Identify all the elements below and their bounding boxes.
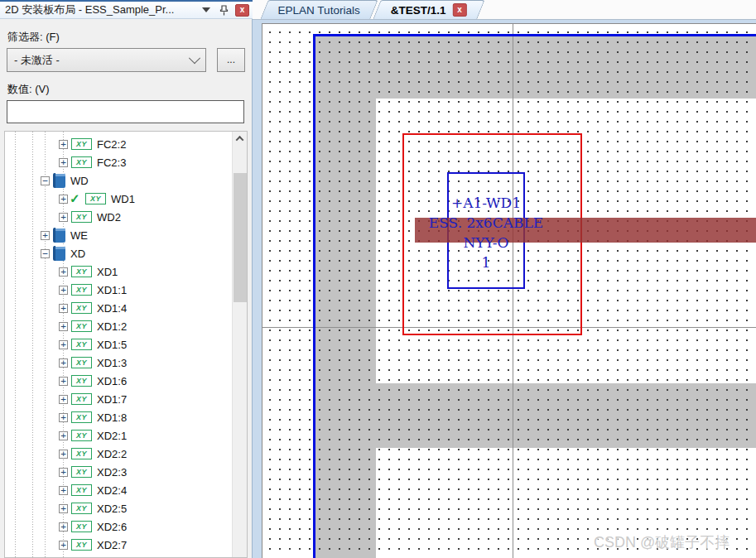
scrollbar-up-icon[interactable]: [233, 132, 247, 146]
expand-icon[interactable]: +: [59, 504, 68, 513]
expand-icon[interactable]: +: [59, 286, 68, 295]
chevron-down-icon: [189, 52, 200, 64]
tree-item-xd2:5[interactable]: +XYXD2:5: [5, 499, 232, 517]
expand-icon[interactable]: +: [59, 450, 68, 459]
tree-item-fc2:2[interactable]: +XYFC2:2: [5, 135, 232, 153]
device-labels: +A1-WD1 ESS. 2x6CABLE NYY-O 1: [362, 193, 610, 272]
device-label-part: NYY-O: [362, 233, 610, 253]
duct-middle: [376, 383, 756, 448]
filter-label: 筛选器: (F): [7, 30, 60, 45]
value-input[interactable]: [7, 100, 244, 123]
expand-icon[interactable]: +: [59, 431, 68, 440]
filter-combobox-value: - 未激活 -: [14, 53, 60, 68]
tree-item-label: WE: [70, 229, 88, 242]
tree-item-xd1[interactable]: +XYXD1: [5, 262, 232, 281]
tree-item-label: XD2:2: [97, 448, 127, 460]
tab-close-icon[interactable]: x: [453, 3, 467, 17]
drawing-canvas[interactable]: +A1-WD1 ESS. 2x6CABLE NYY-O 1 CSDN @破罐子不…: [262, 23, 756, 558]
expand-icon[interactable]: +: [59, 358, 68, 368]
tree-item-wd2[interactable]: +XYWD2: [5, 208, 232, 226]
xy-placement-icon: XY: [71, 539, 92, 551]
tree-item-label: WD: [70, 175, 89, 187]
duct-top: [315, 36, 756, 99]
expand-icon[interactable]: +: [59, 413, 68, 422]
expand-icon[interactable]: +: [59, 340, 68, 349]
panel-close-icon[interactable]: x: [235, 4, 249, 17]
xy-placement-icon: XY: [71, 430, 92, 441]
xy-placement-icon: XY: [71, 138, 92, 150]
value-label: 数值: (V): [7, 82, 50, 97]
tree-item-xd1:8[interactable]: +XYXD1:8: [5, 408, 232, 426]
xy-placement-icon: XY: [71, 411, 92, 423]
tree-item-xd2:4[interactable]: +XYXD2:4: [5, 481, 232, 499]
tree-item-xd1:7[interactable]: +XYXD1:7: [5, 390, 232, 408]
tree-item-xd1:1[interactable]: +XYXD1:1: [5, 281, 232, 299]
tree-item-label: XD2:4: [97, 484, 127, 497]
expand-icon[interactable]: +: [59, 377, 68, 386]
device-tree: +XYFC2:2+XYFC2:3−WD+✓XYWD1+XYWD2+WE−XD+X…: [4, 131, 248, 558]
expand-icon[interactable]: +: [41, 231, 50, 240]
expand-icon[interactable]: +: [59, 522, 68, 532]
tab-test-page[interactable]: &TEST/1.1 x: [373, 0, 484, 19]
expand-icon[interactable]: +: [59, 267, 68, 277]
tree-item-xd1:5[interactable]: +XYXD1:5: [5, 335, 232, 354]
tree-item-xd2:1[interactable]: +XYXD2:1: [5, 426, 232, 445]
filter-combobox[interactable]: - 未激活 -: [7, 48, 206, 72]
expand-icon[interactable]: +: [59, 541, 68, 550]
tree-item-label: XD2:3: [97, 466, 127, 479]
panel-titlebar[interactable]: 2D 安装板布局 - ESS_Sample_Pr... x: [0, 0, 253, 19]
tree-item-xd1:6[interactable]: +XYXD1:6: [5, 372, 232, 390]
tree-item-label: XD2:7: [97, 539, 127, 551]
tree-item-wd1[interactable]: +✓XYWD1: [5, 190, 232, 208]
duct-left: [315, 36, 376, 558]
expand-icon[interactable]: +: [59, 158, 68, 167]
xy-placement-icon: XY: [71, 484, 92, 496]
expand-icon[interactable]: +: [59, 468, 68, 477]
tree-item-xd1:4[interactable]: +XYXD1:4: [5, 299, 232, 317]
xy-placement-icon: XY: [71, 393, 92, 405]
tab-label: EPLAN Tutorials: [278, 4, 360, 17]
tree-scrollbar[interactable]: [232, 132, 247, 557]
tree-item-xd2:2[interactable]: +XYXD2:2: [5, 445, 232, 463]
tree-item-we[interactable]: +WE: [5, 226, 232, 244]
device-label-type: ESS. 2x6CABLE: [362, 213, 610, 233]
tree-item-label: WD2: [97, 211, 121, 224]
tree-item-label: FC2:3: [97, 156, 126, 169]
tab-eplan-tutorials[interactable]: EPLAN Tutorials: [260, 0, 378, 19]
tree-item-label: XD1:1: [97, 284, 127, 296]
editor-area: EPLAN Tutorials &TEST/1.1 x: [253, 0, 756, 558]
collapse-icon[interactable]: −: [41, 176, 50, 185]
tree-item-label: XD2:6: [97, 521, 127, 533]
tree-item-fc2:3[interactable]: +XYFC2:3: [5, 153, 232, 171]
book-icon: [53, 246, 65, 261]
tree-item-xd1:2[interactable]: +XYXD1:2: [5, 317, 232, 335]
xy-placement-icon: XY: [71, 521, 92, 532]
collapse-icon[interactable]: −: [41, 249, 50, 258]
tree-item-wd[interactable]: −WD: [5, 171, 232, 190]
tree-item-label: XD1:3: [97, 357, 127, 369]
expand-icon[interactable]: +: [59, 213, 68, 222]
tree-item-xd2:7[interactable]: +XYXD2:7: [5, 536, 232, 554]
expand-icon[interactable]: +: [59, 195, 68, 204]
tree-item-xd[interactable]: −XD: [5, 244, 232, 262]
xy-placement-icon: XY: [71, 466, 92, 478]
filter-browse-button[interactable]: ...: [217, 48, 245, 72]
tree-rows: +XYFC2:2+XYFC2:3−WD+✓XYWD1+XYWD2+WE−XD+X…: [5, 135, 232, 554]
tree-item-xd2:6[interactable]: +XYXD2:6: [5, 517, 232, 536]
xy-placement-icon: XY: [71, 448, 92, 459]
device-label-count: 1: [362, 253, 610, 272]
scrollbar-thumb[interactable]: [234, 173, 247, 302]
expand-icon[interactable]: +: [59, 395, 68, 404]
pin-icon[interactable]: [218, 4, 229, 16]
tree-item-xd1:3[interactable]: +XYXD1:3: [5, 354, 232, 372]
tree-item-label: XD1:7: [97, 393, 127, 406]
expand-icon[interactable]: +: [59, 486, 68, 495]
tree-item-xd2:3[interactable]: +XYXD2:3: [5, 463, 232, 481]
xy-placement-icon: XY: [71, 375, 92, 387]
expand-icon[interactable]: +: [59, 140, 68, 149]
panel-title: 2D 安装板布局 - ESS_Sample_Pr...: [5, 2, 174, 17]
expand-icon[interactable]: +: [59, 322, 68, 331]
xy-placement-icon: XY: [71, 302, 92, 314]
expand-icon[interactable]: +: [59, 304, 68, 313]
chevron-down-icon[interactable]: [200, 4, 212, 16]
